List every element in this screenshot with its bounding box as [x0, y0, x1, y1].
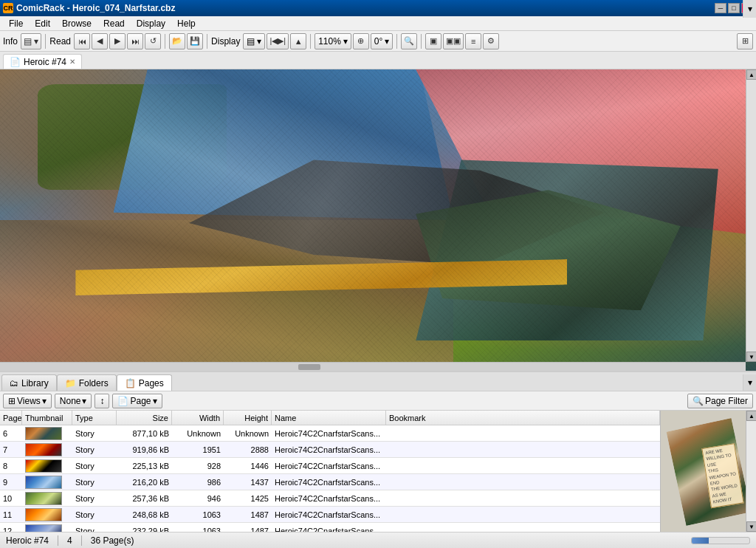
tab-library[interactable]: 🗂 Library: [1, 374, 57, 391]
sort-btn[interactable]: ↕: [94, 394, 109, 408]
read-label: Read: [49, 36, 71, 47]
td-width: 946: [172, 490, 224, 506]
rotation-dropdown[interactable]: 0° ▾: [371, 33, 393, 49]
maximize-button[interactable]: □: [728, 3, 740, 13]
toolbar-sep-4: [310, 34, 311, 49]
td-bookmark: [386, 458, 660, 473]
strip-btn[interactable]: ≡: [465, 33, 481, 49]
td-type: Story: [72, 425, 117, 441]
thumbnail-image: [25, 524, 62, 532]
td-bookmark: [386, 425, 660, 441]
open-btn[interactable]: 📂: [169, 33, 185, 49]
td-page: 9: [0, 474, 22, 490]
nav-prev-btn[interactable]: ◀: [92, 33, 108, 49]
menu-edit[interactable]: Edit: [29, 17, 56, 30]
table-row[interactable]: 9 Story 216,20 kB 986 1437 Heroic74C2Cna…: [0, 474, 660, 490]
chevron-down-icon: ▾: [257, 36, 261, 47]
side-scroll-down[interactable]: ▼: [746, 521, 756, 532]
scroll-up-btn[interactable]: ▲: [746, 69, 756, 80]
menu-display[interactable]: Display: [131, 17, 171, 30]
td-page: 6: [0, 425, 22, 441]
main-toolbar: Info ▤ ▾ Read ⏮ ◀ ▶ ⏭ ↺ 📂 💾 Display ▤ ▾ …: [0, 31, 756, 52]
thumbnail-image: [25, 443, 62, 456]
td-thumbnail: [22, 507, 72, 522]
menu-help[interactable]: Help: [171, 17, 202, 30]
td-height: 1487: [224, 523, 272, 532]
doc-tab[interactable]: 📄 Heroic #74 ✕: [3, 54, 82, 69]
toolbar-sep-3: [207, 34, 207, 49]
td-width: 1063: [172, 523, 224, 532]
minimize-button[interactable]: ─: [715, 3, 726, 13]
double-page-btn[interactable]: ▣▣: [443, 33, 464, 49]
tab-dropdown-btn[interactable]: ▾: [743, 0, 756, 18]
page-icon: 📄: [117, 396, 128, 406]
td-size: 919,86 kB: [117, 442, 172, 457]
td-thumbnail: [22, 425, 72, 441]
doc-tab-close-btn[interactable]: ✕: [69, 58, 75, 66]
table-row[interactable]: 8 Story 225,13 kB 928 1446 Heroic74C2Cna…: [0, 458, 660, 474]
side-scroll-up[interactable]: ▲: [746, 411, 756, 421]
td-type: Story: [72, 474, 117, 490]
toolbar-sep-2: [165, 34, 165, 49]
th-width[interactable]: Width: [172, 411, 224, 425]
th-page[interactable]: Page: [0, 411, 22, 425]
search-btn[interactable]: 🔍: [401, 33, 417, 49]
table-row[interactable]: 12 Story 232,29 kB 1063 1487 Heroic74C2C…: [0, 523, 660, 532]
views-icon: ⊞: [8, 396, 16, 406]
display-dropdown[interactable]: ▤ ▾: [243, 33, 265, 49]
page-filter-btn[interactable]: 🔍 Page Filter: [687, 394, 753, 408]
menu-browse[interactable]: Browse: [56, 17, 97, 30]
fit-width-btn[interactable]: |◀▶|: [267, 33, 289, 49]
nav-first-btn[interactable]: ⏮: [74, 33, 90, 49]
nav-refresh-btn[interactable]: ↺: [145, 33, 161, 49]
zoom-in-btn[interactable]: ⊕: [353, 33, 369, 49]
td-type: Story: [72, 523, 117, 532]
options-btn[interactable]: ⚙: [483, 33, 499, 49]
info-dropdown-btn[interactable]: ▤ ▾: [21, 33, 41, 49]
tab-folders[interactable]: 📁 Folders: [57, 374, 117, 391]
th-thumbnail[interactable]: Thumbnail: [22, 411, 72, 425]
bottom-table-area: Page Thumbnail Type Size Width Height Na…: [0, 411, 756, 532]
save-btn[interactable]: 💾: [187, 33, 203, 49]
td-height: 1437: [224, 474, 272, 490]
none-btn[interactable]: None ▾: [55, 394, 92, 408]
table-row[interactable]: 6 Story 877,10 kB Unknown Unknown Heroic…: [0, 425, 660, 442]
td-bookmark: [386, 474, 660, 490]
menu-file[interactable]: File: [3, 17, 29, 30]
td-size: 232,29 kB: [117, 523, 172, 532]
td-width: 1063: [172, 507, 224, 522]
zoom-dropdown[interactable]: 110% ▾: [315, 33, 351, 49]
th-type[interactable]: Type: [72, 411, 117, 425]
maximize-view-btn[interactable]: ⊞: [737, 33, 753, 49]
page-btn[interactable]: 📄 Page ▾: [112, 394, 162, 408]
single-page-btn[interactable]: ▣: [425, 33, 441, 49]
th-bookmark[interactable]: Bookmark: [386, 411, 660, 425]
table-row[interactable]: 7 Story 919,86 kB 1951 2888 Heroic74C2Cn…: [0, 442, 660, 458]
menu-read[interactable]: Read: [97, 17, 131, 30]
views-btn[interactable]: ⊞ Views ▾: [3, 394, 52, 408]
status-progress-fill: [692, 538, 709, 544]
bottom-panel: 🗂 Library 📁 Folders 📋 Pages ▾ ⊞ Views ▾ …: [0, 371, 756, 548]
td-name: Heroic74C2CnarfstarScans...: [272, 474, 386, 490]
th-size[interactable]: Size: [117, 411, 172, 425]
td-page: 12: [0, 523, 22, 532]
panel-tab-dropdown[interactable]: ▾: [743, 374, 756, 391]
thumbnail-image: [25, 427, 62, 440]
td-page: 8: [0, 458, 22, 473]
table-body: 6 Story 877,10 kB Unknown Unknown Heroic…: [0, 425, 660, 532]
fit-height-btn[interactable]: ▲: [290, 33, 306, 49]
nav-next-btn[interactable]: ▶: [109, 33, 126, 49]
th-name[interactable]: Name: [272, 411, 386, 425]
table-row[interactable]: 10 Story 257,36 kB 946 1425 Heroic74C2Cn…: [0, 490, 660, 507]
window-title: ComicRack - Heroic_074_Narfstar.cbz: [16, 3, 175, 13]
status-page-num: 4: [67, 535, 72, 546]
nav-last-btn[interactable]: ⏭: [127, 33, 143, 49]
comic-viewer: ▲ ▼: [0, 69, 756, 371]
pages-table: Page Thumbnail Type Size Width Height Na…: [0, 411, 660, 532]
tab-pages[interactable]: 📋 Pages: [117, 374, 172, 391]
scroll-down-btn[interactable]: ▼: [746, 352, 756, 362]
table-row[interactable]: 11 Story 248,68 kB 1063 1487 Heroic74C2C…: [0, 507, 660, 523]
chevron-down-icon-2: ▾: [343, 36, 348, 47]
th-height[interactable]: Height: [224, 411, 272, 425]
thumbnail-image: [25, 476, 62, 489]
